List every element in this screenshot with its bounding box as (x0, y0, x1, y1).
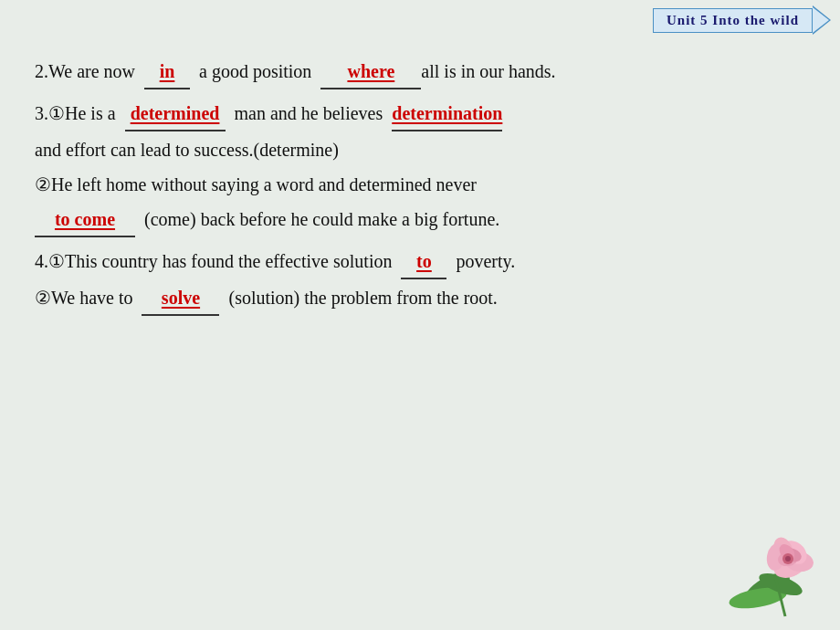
q3-part2b: to come (come) back before he could make… (35, 203, 805, 237)
q2-answer1: in (160, 61, 175, 81)
q3-part2: ②He left home without saying a word and … (35, 168, 805, 201)
q3-blank2: determination (392, 97, 502, 131)
q3-answer2: determination (392, 103, 502, 123)
question-3: 3.①He is a determined man and he believe… (35, 97, 805, 237)
q4-blank1: to (401, 245, 446, 279)
q3-label: 3.①He is a (35, 103, 116, 123)
unit-title: Unit 5 Into the wild (653, 8, 813, 33)
q3b-prefix: ②He left home without saying a word and … (35, 174, 477, 194)
flower-svg (721, 511, 840, 630)
q4-answer2: solve (162, 288, 200, 308)
q3-part1: 3.①He is a determined man and he believe… (35, 97, 805, 131)
q3-answer3: to come (55, 209, 115, 229)
q2-blank2: where (320, 55, 421, 89)
q3-blank3: to come (35, 203, 135, 237)
q3-suffix: and effort can lead to success.(determin… (35, 140, 339, 160)
q4-part2: ②We have to solve (solution) the problem… (35, 281, 805, 316)
q3b-suffix: (come) back before he could make a big f… (144, 209, 499, 229)
q4-answer1: to (416, 251, 432, 271)
q2-suffix: all is in our hands. (421, 61, 555, 81)
question-4: 4.①This country has found the effective … (35, 245, 805, 316)
q4-blank2: solve (142, 281, 219, 316)
q2-middle: a good position (199, 61, 311, 81)
q3-blank1: determined (125, 97, 226, 131)
flower-decoration (721, 511, 840, 630)
q4-part1: 4.①This country has found the effective … (35, 245, 805, 279)
badge-arrow-inner-icon (813, 7, 829, 33)
q4-label: 4.①This country has found the effective … (35, 251, 392, 271)
header-badge: Unit 5 Into the wild (653, 5, 831, 35)
svg-point-12 (785, 556, 791, 562)
question-2: 2.We are now in a good position whereall… (35, 55, 805, 89)
q2-prefix: 2.We are now (35, 61, 135, 81)
q4b-prefix: ②We have to (35, 288, 132, 308)
q3-middle: man and he believes (235, 103, 383, 123)
q4-middle: poverty. (456, 251, 515, 271)
q3-answer1: determined (131, 103, 220, 123)
main-content: 2.We are now in a good position whereall… (35, 55, 805, 584)
q4b-suffix: (solution) the problem from the root. (228, 288, 497, 308)
q2-blank1: in (144, 55, 190, 89)
q3-part1-suffix: and effort can lead to success.(determin… (35, 133, 805, 166)
q2-answer2: where (347, 61, 394, 81)
